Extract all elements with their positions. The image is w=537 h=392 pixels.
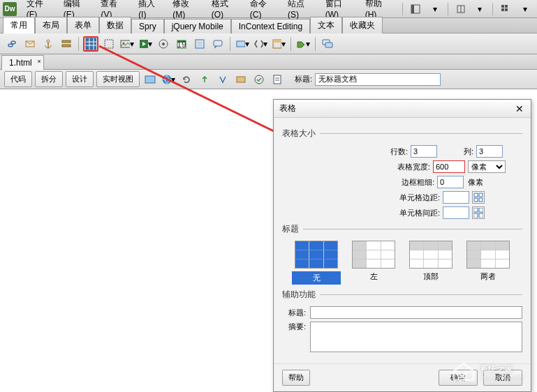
svg-rect-41: [274, 75, 281, 84]
svg-point-11: [47, 40, 50, 43]
grid-dropdown-icon[interactable]: ▾: [519, 3, 531, 15]
svg-text:19: 19: [177, 40, 186, 50]
help-button[interactable]: 帮助: [282, 370, 310, 386]
header-legend: 标题: [282, 223, 299, 235]
design-view-button[interactable]: 设计: [66, 71, 94, 87]
svg-rect-50: [479, 213, 483, 218]
script-icon[interactable]: ▾: [253, 36, 268, 52]
validate-icon[interactable]: [270, 72, 285, 87]
ssi-icon[interactable]: [192, 36, 207, 52]
svg-rect-37: [145, 76, 155, 83]
head-icon[interactable]: ▾: [235, 36, 250, 52]
options-icon[interactable]: [215, 72, 230, 87]
table-icon[interactable]: [83, 36, 98, 52]
svg-point-25: [162, 43, 165, 45]
width-input[interactable]: [433, 160, 465, 173]
svg-rect-13: [62, 40, 71, 43]
table-dialog: 表格 ✕ 表格大小 行数: 列: 表格宽度: 像素 边框粗细: 像素 单元格边距…: [273, 99, 531, 392]
rows-input[interactable]: [411, 145, 437, 158]
insert-toolbar: ▾ ▾ 19 ▾ ▾ ▾ ▾: [0, 33, 537, 54]
cellspace-icon[interactable]: [472, 206, 485, 219]
tab-layout[interactable]: 布局: [35, 17, 67, 33]
tab-incontext[interactable]: InContext Editing: [231, 19, 310, 33]
svg-rect-46: [479, 198, 483, 202]
cols-input[interactable]: [476, 145, 503, 158]
visual-aids-icon[interactable]: [233, 72, 249, 87]
svg-rect-31: [214, 40, 222, 46]
tab-favorites[interactable]: 收藏夹: [342, 17, 383, 33]
dialog-title: 表格: [279, 103, 296, 114]
cancel-button[interactable]: 取消: [483, 370, 522, 386]
close-file-icon[interactable]: ×: [37, 58, 41, 65]
image-icon[interactable]: ▾: [119, 36, 135, 52]
code-view-button[interactable]: 代码: [4, 71, 32, 87]
title-input[interactable]: [315, 73, 441, 86]
tag-icon[interactable]: ▾: [295, 36, 311, 52]
caption-label: 标题:: [282, 308, 306, 318]
width-unit-select[interactable]: 像素: [468, 160, 506, 173]
hyperlink-icon[interactable]: [4, 36, 20, 52]
chat-icon[interactable]: [320, 36, 335, 52]
header-left-label: 左: [349, 271, 398, 282]
ok-button[interactable]: 确定: [439, 370, 478, 386]
comment-icon[interactable]: [210, 36, 226, 52]
date-icon[interactable]: 19: [174, 36, 189, 52]
tab-common[interactable]: 常用: [3, 17, 35, 33]
header-left[interactable]: 左: [349, 241, 398, 285]
header-none[interactable]: 无: [292, 241, 341, 285]
svg-rect-4: [501, 5, 504, 8]
tab-text[interactable]: 文本: [310, 17, 342, 33]
div-icon[interactable]: [101, 36, 117, 52]
file-name: 1.html: [9, 58, 32, 68]
extension-icon[interactable]: [455, 3, 467, 15]
dialog-titlebar: 表格 ✕: [274, 100, 531, 118]
layout-dropdown-icon[interactable]: ▾: [429, 3, 441, 15]
cols-label: 列:: [464, 146, 473, 157]
summary-textarea[interactable]: [310, 322, 522, 352]
extension-dropdown-icon[interactable]: ▾: [473, 3, 486, 15]
anchor-icon[interactable]: [41, 36, 56, 52]
app-logo: Dw: [3, 2, 17, 16]
svg-rect-36: [325, 43, 332, 47]
media-icon[interactable]: ▾: [138, 36, 153, 52]
grid-icon[interactable]: [499, 3, 512, 15]
hr-icon[interactable]: [59, 36, 74, 52]
check-icon[interactable]: [251, 72, 267, 87]
border-input[interactable]: [437, 176, 464, 188]
tab-spry[interactable]: Spry: [131, 19, 164, 33]
browser-icon[interactable]: ▾: [161, 72, 176, 87]
file-tab[interactable]: 1.html ×: [1, 55, 44, 70]
live-view-button[interactable]: 实时视图: [96, 71, 140, 87]
svg-rect-44: [479, 193, 483, 197]
svg-rect-47: [473, 208, 478, 212]
tab-data[interactable]: 数据: [99, 17, 131, 33]
refresh-icon[interactable]: [179, 72, 194, 87]
cellpad-input[interactable]: [443, 191, 469, 204]
border-unit: 像素: [468, 177, 497, 188]
cellpad-icon[interactable]: [472, 191, 485, 204]
tab-form[interactable]: 表单: [67, 17, 99, 33]
upload-icon[interactable]: [197, 72, 212, 87]
layout-icon[interactable]: [409, 3, 422, 15]
caption-input[interactable]: [310, 306, 522, 319]
split-view-button[interactable]: 拆分: [35, 71, 63, 87]
widget-icon[interactable]: [156, 36, 171, 52]
template-icon[interactable]: ▾: [271, 36, 286, 52]
header-top[interactable]: 顶部: [406, 241, 455, 285]
cellspace-input[interactable]: [443, 206, 469, 219]
svg-rect-45: [474, 198, 478, 202]
header-top-label: 顶部: [406, 271, 455, 282]
aux-legend: 辅助功能: [282, 289, 316, 301]
live-code-icon[interactable]: [142, 72, 158, 87]
tab-jquery[interactable]: jQuery Mobile: [164, 19, 231, 33]
close-icon[interactable]: ✕: [514, 103, 525, 114]
email-icon[interactable]: [22, 36, 38, 52]
menubar: Dw 文件(F) 编辑(E) 查看(V) 插入(I) 修改(M) 格式(O) 命…: [0, 0, 537, 18]
svg-rect-32: [237, 41, 245, 47]
summary-label: 摘要:: [282, 322, 306, 332]
size-legend: 表格大小: [282, 128, 316, 140]
svg-rect-49: [473, 213, 478, 218]
svg-point-8: [8, 44, 13, 47]
svg-rect-6: [501, 8, 504, 11]
header-both[interactable]: 两者: [464, 241, 513, 285]
